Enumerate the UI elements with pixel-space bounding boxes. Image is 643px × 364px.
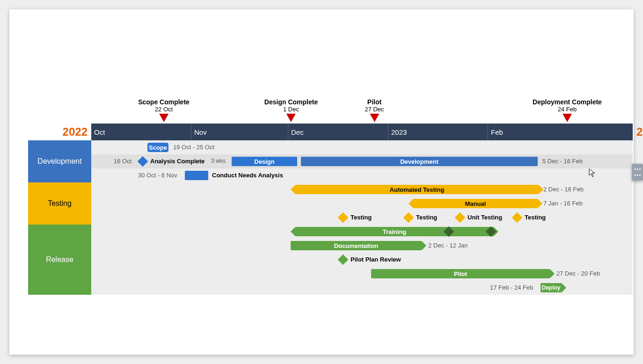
swimlane-testing: Testing Automated Testing 2 Dec - 16 Feb… xyxy=(28,182,633,225)
swimlane-label-development: Development xyxy=(28,140,91,182)
gantt-row: 30 Oct - 6 Nov Conduct Needs Analysis xyxy=(91,168,633,182)
task-dates: 2 Dec - 12 Jan xyxy=(428,242,468,249)
task-dates: 7 Jan - 16 Feb xyxy=(543,200,583,207)
swimlane-development: Development Scope 19 Oct - 25 Oct 16 Oct… xyxy=(28,140,633,182)
milestone-date-text: 16 Oct xyxy=(114,158,132,165)
milestone-date: 24 Feb xyxy=(533,106,602,113)
triangle-icon xyxy=(159,114,168,122)
milestone-label: Testing xyxy=(351,214,372,221)
task-deploy[interactable]: Deploy xyxy=(541,283,562,292)
task-manual-testing[interactable]: Manual xyxy=(413,199,538,208)
timeline-header[interactable]: 2022 2023 Oct Nov Dec 2023 Feb xyxy=(91,124,633,140)
gantt-row: Scope 19 Oct - 25 Oct xyxy=(91,140,633,154)
milestone-design-complete[interactable]: Design Complete 1 Dec xyxy=(264,98,318,122)
task-design[interactable]: Design xyxy=(232,157,297,166)
milestone-title: Deployment Complete xyxy=(533,98,602,106)
swimlane-release: Release Training Documentation 2 Dec - 1… xyxy=(28,225,633,295)
task-dates: 2 Dec - 16 Feb xyxy=(543,186,584,193)
gantt-chart-page: Scope Complete 22 Oct Design Complete 1 … xyxy=(9,9,634,355)
gantt-row: 17 Feb - 24 Feb Deploy xyxy=(91,281,633,295)
milestone-label: Testing xyxy=(416,214,437,221)
milestone-label: Pilot Plan Review xyxy=(351,256,401,263)
diamond-icon[interactable] xyxy=(512,212,523,223)
task-dates: 30 Oct - 6 Nov xyxy=(138,172,177,179)
milestone-label: Unit Testing xyxy=(468,214,502,221)
swimlane-label-testing: Testing xyxy=(28,182,91,225)
gantt-row: Testing Testing Unit Testing Testing xyxy=(91,211,633,225)
gantt-chart: Scope Complete 22 Oct Design Complete 1 … xyxy=(28,9,633,295)
milestone-title: Pilot xyxy=(367,98,381,106)
gantt-row: Documentation 2 Dec - 12 Jan xyxy=(91,239,633,253)
task-needs-analysis[interactable] xyxy=(185,171,208,180)
tick-nov: Nov xyxy=(191,124,207,140)
milestone-title: Design Complete xyxy=(264,98,318,106)
milestone-date: 27 Dec xyxy=(365,106,384,113)
year-left: 2022 xyxy=(63,125,88,138)
milestone-pilot[interactable]: Pilot 27 Dec xyxy=(365,98,384,122)
triangle-icon xyxy=(286,114,296,122)
tick-dec: Dec xyxy=(288,124,304,140)
task-label: Conduct Needs Analysis xyxy=(212,172,283,179)
diamond-icon[interactable] xyxy=(455,212,466,223)
drag-handle[interactable] xyxy=(632,164,643,181)
tick-oct: Oct xyxy=(91,124,105,140)
gantt-row: Training xyxy=(91,225,633,239)
milestone-date: 22 Oct xyxy=(138,106,190,113)
diamond-icon[interactable] xyxy=(138,156,148,167)
milestone-deployment-complete[interactable]: Deployment Complete 24 Feb xyxy=(533,98,602,122)
task-dates: 17 Feb - 24 Feb xyxy=(490,284,533,291)
task-dates: 5 Dec - 16 Feb xyxy=(542,158,583,165)
year-right: 2023 xyxy=(636,125,643,138)
task-documentation[interactable]: Documentation xyxy=(291,241,422,250)
task-training[interactable]: Training xyxy=(295,227,494,236)
gantt-row: 16 Oct Analysis Complete 3 wks Design De… xyxy=(91,154,633,168)
triangle-icon xyxy=(563,114,572,122)
task-pilot[interactable]: Pilot xyxy=(371,269,550,278)
milestone-title: Scope Complete xyxy=(138,98,190,106)
task-dates: 19 Oct - 25 Oct xyxy=(173,144,214,151)
tick-2023: 2023 xyxy=(388,124,407,140)
diamond-icon[interactable] xyxy=(403,212,414,223)
gantt-row: Automated Testing 2 Dec - 16 Feb xyxy=(91,182,633,197)
milestone-scope-complete[interactable]: Scope Complete 22 Oct xyxy=(138,98,190,122)
milestone-label: Analysis Complete xyxy=(150,158,205,165)
milestone-date: 1 Dec xyxy=(264,106,318,113)
task-development[interactable]: Development xyxy=(301,157,538,166)
tick-feb: Feb xyxy=(488,124,503,140)
gantt-row: Pilot Plan Review xyxy=(91,253,633,267)
task-scope[interactable]: Scope xyxy=(147,143,168,152)
milestone-extra: 3 wks xyxy=(211,158,226,164)
task-dates: 27 Dec - 20 Feb xyxy=(556,270,600,277)
triangle-icon xyxy=(370,114,379,122)
milestone-label: Testing xyxy=(525,214,546,221)
task-automated-testing[interactable]: Automated Testing xyxy=(295,185,539,194)
diamond-icon[interactable] xyxy=(338,212,349,223)
gantt-row: Pilot 27 Dec - 20 Feb xyxy=(91,267,633,281)
gantt-row: Manual 7 Jan - 16 Feb xyxy=(91,197,633,211)
diamond-icon[interactable] xyxy=(338,255,349,265)
swimlane-label-release: Release xyxy=(28,225,91,295)
